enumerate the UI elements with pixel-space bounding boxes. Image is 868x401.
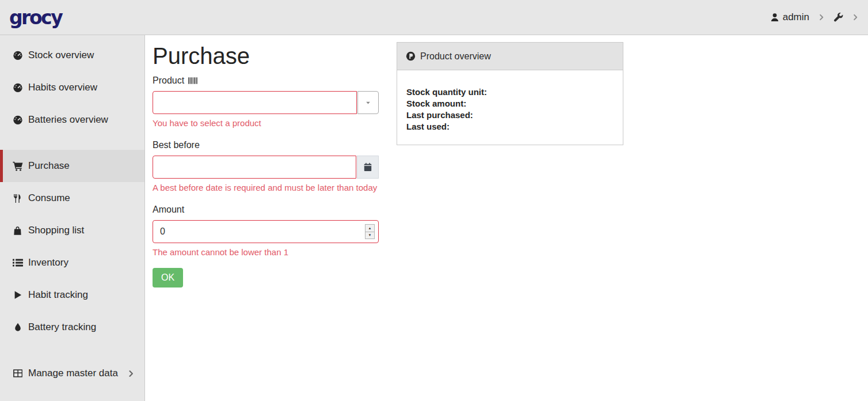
product-overview-title: Product overview xyxy=(420,51,491,62)
sidebar-item-label: Stock overview xyxy=(28,50,94,61)
sidebar-item-battery-tracking[interactable]: Battery tracking xyxy=(0,311,144,343)
shopping-bag-icon xyxy=(12,226,23,236)
wrench-icon xyxy=(833,13,843,22)
product-overview-card: Product overview Stock quantity unit: St… xyxy=(397,42,623,145)
chevron-right-icon xyxy=(127,370,135,377)
sidebar-item-shopping-list[interactable]: Shopping list xyxy=(0,214,144,247)
sidebar-item-manage-master-data[interactable]: Manage master data xyxy=(0,357,144,389)
best-before-error: A best before date is required and must … xyxy=(153,183,379,192)
product-label: Product xyxy=(153,75,379,86)
amount-input-group: ▲ ▼ xyxy=(153,220,379,243)
header-actions: admin xyxy=(770,12,859,23)
sidebar-item-label: Habits overview xyxy=(28,82,97,93)
last-used-label: Last used: xyxy=(406,121,614,133)
sidebar-item-label: Consume xyxy=(28,192,70,204)
purchase-form: Product You have to select a product Bes… xyxy=(153,75,379,287)
utensils-icon xyxy=(12,194,23,203)
gauge-icon xyxy=(12,82,23,93)
spinner-down-button[interactable]: ▼ xyxy=(366,232,374,239)
spinner-up-button[interactable]: ▲ xyxy=(366,225,374,232)
sidebar-item-label: Inventory xyxy=(28,257,68,268)
gauge-icon xyxy=(12,115,23,125)
sidebar-item-stock-overview[interactable]: Stock overview xyxy=(0,39,144,71)
amount-error: The amount cannot be lower than 1 xyxy=(153,247,379,257)
best-before-input-group xyxy=(153,156,379,179)
cart-icon xyxy=(12,161,23,171)
sidebar-item-label: Battery tracking xyxy=(28,321,96,333)
sidebar-item-habits-overview[interactable]: Habits overview xyxy=(0,71,144,104)
droplet-icon xyxy=(12,323,23,332)
sidebar-item-label: Batteries overview xyxy=(28,114,108,126)
product-input[interactable] xyxy=(153,91,357,114)
stock-amount-label: Stock amount: xyxy=(406,98,614,109)
main-content: Purchase Product You have to select a pr… xyxy=(146,35,868,401)
stock-quantity-unit-label: Stock quantity unit: xyxy=(406,86,614,98)
sidebar-group-gap xyxy=(0,343,144,357)
sidebar-item-label: Purchase xyxy=(28,160,70,172)
sidebar-item-habit-tracking[interactable]: Habit tracking xyxy=(0,279,144,311)
user-name: admin xyxy=(783,12,809,23)
chevron-right-icon[interactable] xyxy=(852,14,859,21)
sidebar-item-batteries-overview[interactable]: Batteries overview xyxy=(0,104,144,136)
sidebar-item-label: Manage master data xyxy=(28,368,118,379)
best-before-input[interactable] xyxy=(153,156,356,179)
sidebar-item-consume[interactable]: Consume xyxy=(0,182,144,214)
chevron-right-icon[interactable] xyxy=(818,14,825,21)
table-icon xyxy=(12,368,23,379)
sidebar-group-gap xyxy=(0,136,144,150)
amount-label: Amount xyxy=(153,205,379,215)
sidebar-nav: Stock overview Habits overview Batteries… xyxy=(0,35,145,401)
app-logo[interactable]: grocy xyxy=(9,8,62,27)
calendar-button[interactable] xyxy=(357,156,379,179)
product-hunt-icon xyxy=(406,51,416,61)
product-error: You have to select a product xyxy=(153,118,379,128)
user-menu[interactable]: admin xyxy=(770,12,809,23)
product-overview-body: Stock quantity unit: Stock amount: Last … xyxy=(397,70,623,145)
amount-input[interactable] xyxy=(153,220,379,243)
barcode-icon xyxy=(188,77,199,85)
top-header: grocy admin xyxy=(0,0,868,35)
product-dropdown-button[interactable] xyxy=(357,91,379,114)
settings-button[interactable] xyxy=(833,13,843,22)
product-overview-header: Product overview xyxy=(397,43,623,70)
sidebar-item-inventory[interactable]: Inventory xyxy=(0,247,144,279)
best-before-label: Best before xyxy=(153,140,379,150)
ok-button[interactable]: OK xyxy=(153,268,183,287)
product-input-group xyxy=(153,91,379,114)
calendar-icon xyxy=(363,162,372,172)
sidebar-item-label: Habit tracking xyxy=(28,289,88,301)
gauge-icon xyxy=(12,50,23,60)
sidebar-item-purchase[interactable]: Purchase xyxy=(0,150,144,182)
user-icon xyxy=(770,13,779,22)
last-purchased-label: Last purchased: xyxy=(406,109,614,121)
caret-down-icon xyxy=(365,100,371,106)
number-spinner: ▲ ▼ xyxy=(365,224,375,239)
list-icon xyxy=(12,258,23,268)
play-icon xyxy=(12,290,23,300)
sidebar-item-label: Shopping list xyxy=(28,225,84,236)
